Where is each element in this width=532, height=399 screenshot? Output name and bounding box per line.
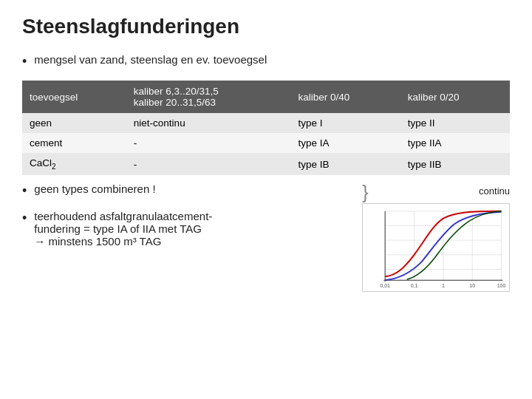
bullet-icon-1: • <box>22 53 27 70</box>
svg-text:1: 1 <box>442 283 445 288</box>
col-header-toevoegsel: toevoegsel <box>22 81 126 113</box>
table-row: cement - type IA type IIA <box>22 133 510 153</box>
bullet-icon-2: • <box>22 183 27 200</box>
cell-kaliber2-3: type IB <box>290 153 400 175</box>
cell-toevoegsel-2: cement <box>22 133 126 153</box>
bullet-2: • geen types combineren ! <box>22 183 347 200</box>
bullet-1: • mengsel van zand, steenslag en ev. toe… <box>22 53 510 70</box>
chart-area: } continu 0,01 0,1 1 10 100 <box>362 183 510 295</box>
cell-kaliber2-2: type IA <box>290 133 400 153</box>
cell-toevoegsel-3: CaCl2 <box>22 153 126 175</box>
bullet-2-text: geen types combineren ! <box>34 183 155 195</box>
bullet-3: • teerhoudend asfaltgranulaatcement- fun… <box>22 210 347 248</box>
cell-kaliber1-2: - <box>126 133 291 153</box>
cell-kaliber2-1: type I <box>290 113 400 133</box>
svg-text:10: 10 <box>469 283 475 288</box>
cell-kaliber3-1: type II <box>400 113 510 133</box>
cell-kaliber3-2: type IIA <box>400 133 510 153</box>
types-table: toevoegsel kaliber 6,3..20/31,5kaliber 2… <box>22 81 510 175</box>
svg-text:0,1: 0,1 <box>411 283 418 288</box>
bullet-icon-3: • <box>22 210 27 227</box>
chart-graphic: 0,01 0,1 1 10 100 <box>362 203 510 292</box>
svg-text:0,01: 0,01 <box>380 283 390 288</box>
cell-toevoegsel-1: geen <box>22 113 126 133</box>
cell-kaliber1-1: niet-continu <box>126 113 291 133</box>
continu-label: continu <box>479 185 510 197</box>
cell-kaliber1-3: - <box>126 153 291 175</box>
cell-kaliber3-3: type IIB <box>400 153 510 175</box>
table-row: geen niet-continu type I type II <box>22 113 510 133</box>
col-header-kaliber3: kaliber 0/20 <box>400 81 510 113</box>
page-title: Steenslagfunderingen <box>22 15 510 38</box>
left-bullets: • geen types combineren ! • teerhoudend … <box>22 183 347 258</box>
col-header-kaliber2: kaliber 0/40 <box>290 81 400 113</box>
svg-text:100: 100 <box>497 283 506 288</box>
bullet-3-text: teerhoudend asfaltgranulaatcement- funde… <box>34 210 212 248</box>
bottom-section: • geen types combineren ! • teerhoudend … <box>22 183 510 295</box>
table-row: CaCl2 - type IB type IIB <box>22 153 510 175</box>
brace-symbol: } <box>362 183 369 202</box>
col-header-kaliber1: kaliber 6,3..20/31,5kaliber 20..31,5/63 <box>126 81 291 113</box>
bullet-1-text: mengsel van zand, steenslag en ev. toevo… <box>34 53 267 66</box>
